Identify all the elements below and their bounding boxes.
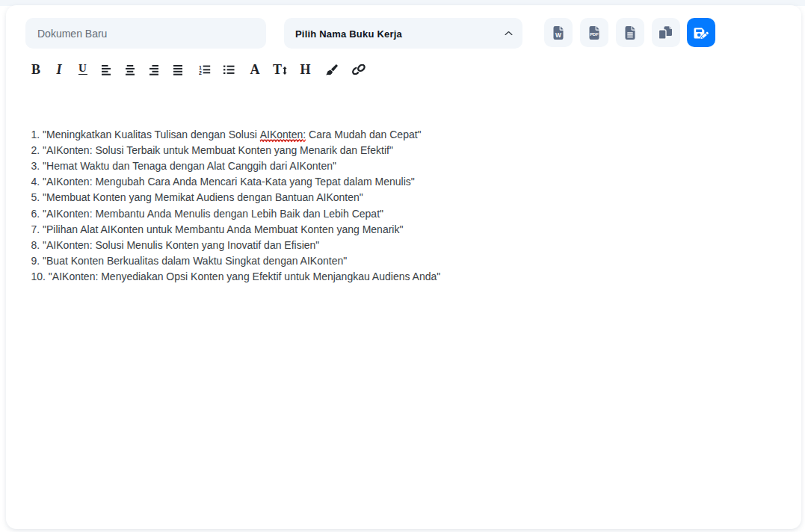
svg-text:PDF: PDF — [590, 31, 599, 36]
svg-text:1: 1 — [199, 65, 202, 70]
svg-text:W: W — [555, 31, 561, 39]
svg-text:2: 2 — [199, 70, 202, 75]
